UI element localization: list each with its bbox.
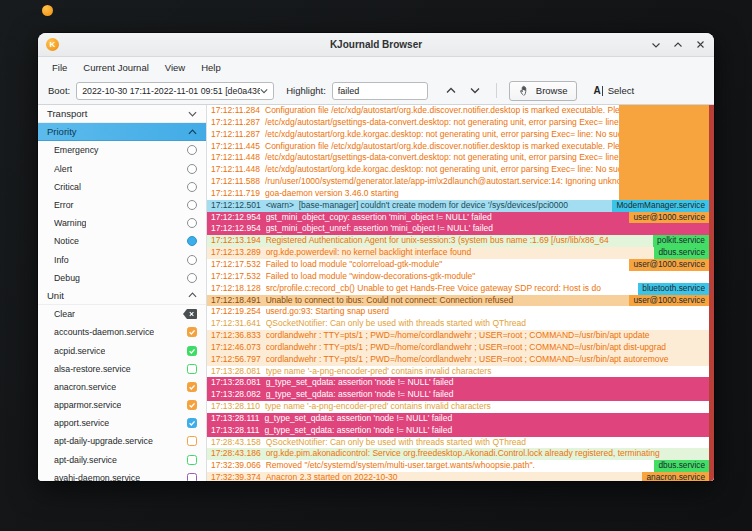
log-row[interactable]: 17:12:36.833cordlandwehr : TTY=pts/1 ; P…	[207, 330, 714, 342]
unit-item-acpid-service[interactable]: acpid.service	[38, 341, 206, 359]
log-row[interactable]: 17:12:11.445Configuration file /etc/xdg/…	[207, 141, 714, 153]
log-row[interactable]: 17:12:18.491Unable to connect to ibus: C…	[207, 295, 714, 307]
unit-item-alsa-restore-service[interactable]: alsa-restore.service	[38, 360, 206, 378]
unit-item-accounts-daemon-service[interactable]: accounts-daemon.service	[38, 323, 206, 341]
unit-item-apt-daily-upgrade-service[interactable]: apt-daily-upgrade.service	[38, 432, 206, 450]
log-row[interactable]: 17:12:18.128src/profile.c:record_cb() Un…	[207, 283, 714, 295]
log-row[interactable]: 17:12:17.532Failed to load module "windo…	[207, 271, 714, 283]
radio-button[interactable]	[187, 273, 197, 283]
minimize-button[interactable]	[650, 39, 662, 51]
log-message: QSocketNotifier: Can only be used with t…	[266, 318, 714, 330]
clear-units-button[interactable]: Clear	[38, 305, 206, 323]
close-button[interactable]	[694, 39, 706, 51]
select-button[interactable]: A Select	[583, 81, 644, 101]
log-row[interactable]: 17:12:17.532Failed to load module "color…	[207, 259, 714, 271]
log-row[interactable]: 17:12:46.073cordlandwehr : TTY=pts/1 ; P…	[207, 342, 714, 354]
log-row[interactable]: 17:12:12.954gst_mini_object_copy: assert…	[207, 212, 714, 224]
section-unit[interactable]: Unit	[38, 287, 206, 305]
log-row[interactable]: 17:32:39.374Anacron 2.3 started on 2022-…	[207, 472, 714, 481]
unit-checkbox[interactable]	[187, 436, 197, 446]
log-row[interactable]: 17:12:11.284Configuration file /etc/xdg/…	[207, 105, 714, 117]
radio-button[interactable]	[187, 145, 197, 155]
log-row[interactable]: 17:13:28.111g_type_set_qdata: assertion …	[207, 425, 714, 437]
unit-checkbox[interactable]	[187, 473, 197, 481]
priority-item-critical[interactable]: Critical	[38, 178, 206, 196]
log-row[interactable]: 17:13:28.082g_type_set_qdata: assertion …	[207, 389, 714, 401]
unit-item-anacron-service[interactable]: anacron.service	[38, 378, 206, 396]
unit-checkbox[interactable]	[187, 364, 197, 374]
priority-item-debug[interactable]: Debug	[38, 269, 206, 287]
priority-item-warning[interactable]: Warning	[38, 214, 206, 232]
menu-view[interactable]: View	[157, 62, 193, 73]
log-message: g_type_set_qdata: assertion 'node != NUL…	[264, 425, 714, 437]
priority-item-info[interactable]: Info	[38, 251, 206, 269]
log-row[interactable]: 17:13:28.081g_type_set_qdata: assertion …	[207, 377, 714, 389]
titlebar[interactable]: K KJournald Browser	[38, 33, 714, 57]
previous-match-button[interactable]	[442, 82, 460, 100]
priority-label: Info	[54, 255, 69, 265]
log-row[interactable]: 17:13:28.081type name '-a-png-encoder-pr…	[207, 366, 714, 378]
log-timestamp: 17:12:11.287	[211, 129, 260, 141]
log-row[interactable]: 17:12:19.254userd.go:93: Starting snap u…	[207, 306, 714, 318]
log-row[interactable]: 17:32:39.066Removed "/etc/systemd/system…	[207, 460, 714, 472]
log-row[interactable]: 17:12:12.501<warn> [base-manager] couldn…	[207, 200, 714, 212]
log-row[interactable]: 17:12:13.289org.kde.powerdevil: no kerne…	[207, 247, 714, 259]
unit-tag: user@1000.service	[629, 259, 709, 271]
section-transport[interactable]: Transport	[38, 105, 206, 123]
log-row[interactable]: 17:12:11.588/run/user/1000/systemd/gener…	[207, 176, 714, 188]
unit-checkbox[interactable]	[187, 382, 197, 392]
log-row[interactable]: 17:12:13.194Registered Authentication Ag…	[207, 235, 714, 247]
log-scrollbar[interactable]	[709, 105, 714, 481]
log-row[interactable]: 17:12:11.287/etc/xdg/autostart/gsettings…	[207, 117, 714, 129]
log-row[interactable]: 17:13:28.111g_type_set_qdata: assertion …	[207, 413, 714, 425]
maximize-button[interactable]	[672, 39, 684, 51]
unit-tag: ModemManager.service	[612, 200, 709, 212]
check-icon	[188, 347, 196, 355]
next-match-button[interactable]	[466, 82, 484, 100]
unit-checkbox[interactable]	[187, 327, 197, 337]
radio-button[interactable]	[187, 164, 197, 174]
unit-item-avahi-daemon-service[interactable]: avahi-daemon.service	[38, 469, 206, 481]
log-row[interactable]: 17:12:56.797cordlandwehr : TTY=pts/1 ; P…	[207, 354, 714, 366]
browse-button[interactable]: Browse	[509, 81, 578, 101]
log-message: gst_mini_object_copy: assertion 'mini_ob…	[266, 212, 630, 224]
menu-help[interactable]: Help	[193, 62, 229, 73]
radio-button[interactable]	[187, 218, 197, 228]
log-row[interactable]: 17:12:12.954gst_mini_object_unref: asser…	[207, 223, 714, 235]
unit-checkbox[interactable]	[187, 418, 197, 428]
highlight-input[interactable]	[332, 82, 428, 100]
radio-button[interactable]	[187, 236, 197, 246]
browse-button-label: Browse	[536, 85, 568, 96]
radio-button[interactable]	[187, 255, 197, 265]
unit-item-apport-service[interactable]: apport.service	[38, 414, 206, 432]
log-row[interactable]: 17:12:11.448/etc/xdg/autostart/gsettings…	[207, 152, 714, 164]
log-message: gst_mini_object_unref: assertion 'mini_o…	[266, 223, 714, 235]
unit-checkbox[interactable]	[187, 400, 197, 410]
unit-checkbox[interactable]	[187, 346, 197, 356]
log-row[interactable]: 17:12:31.641QSocketNotifier: Can only be…	[207, 318, 714, 330]
priority-list: EmergencyAlertCriticalErrorWarningNotice…	[38, 141, 206, 287]
menu-current-journal[interactable]: Current Journal	[75, 62, 156, 73]
log-row[interactable]: 17:28:43.158QSocketNotifier: Can only be…	[207, 437, 714, 449]
menu-file[interactable]: File	[44, 62, 75, 73]
priority-item-notice[interactable]: Notice	[38, 232, 206, 250]
log-timestamp: 17:12:19.254	[211, 306, 261, 318]
priority-item-emergency[interactable]: Emergency	[38, 141, 206, 159]
content-area: Transport Priority EmergencyAlertCritica…	[38, 105, 714, 481]
log-row[interactable]: 17:12:11.448/etc/xdg/autostart/org.kde.k…	[207, 164, 714, 176]
log-row[interactable]: 17:12:11.719goa-daemon version 3.46.0 st…	[207, 188, 714, 200]
chevron-down-icon	[260, 88, 268, 94]
unit-item-apt-daily-service[interactable]: apt-daily.service	[38, 451, 206, 469]
unit-checkbox[interactable]	[187, 455, 197, 465]
boot-combobox[interactable]: 2022-10-30 17:11-2022-11-01 09:51 [de0a4…	[76, 82, 274, 100]
unit-item-apparmor-service[interactable]: apparmor.service	[38, 396, 206, 414]
backspace-icon	[183, 309, 197, 319]
log-row[interactable]: 17:28:43.186org.kde.pim.akonadicontrol: …	[207, 448, 714, 460]
radio-button[interactable]	[187, 182, 197, 192]
log-row[interactable]: 17:12:11.287/etc/xdg/autostart/org.kde.k…	[207, 129, 714, 141]
priority-item-alert[interactable]: Alert	[38, 160, 206, 178]
radio-button[interactable]	[187, 200, 197, 210]
log-row[interactable]: 17:13:28.110type name '-a-png-encoder-pr…	[207, 401, 714, 413]
priority-item-error[interactable]: Error	[38, 196, 206, 214]
section-priority[interactable]: Priority	[38, 123, 206, 141]
